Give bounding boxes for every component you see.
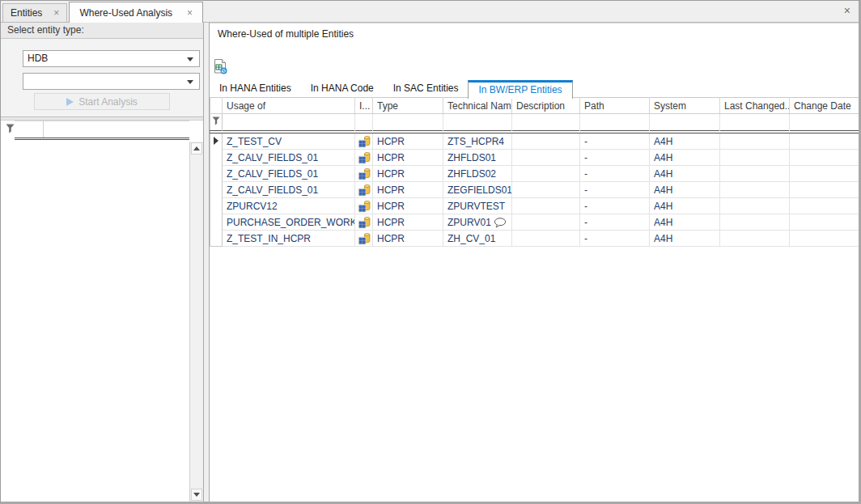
- filter-cell-icon[interactable]: [355, 114, 373, 131]
- cell-system[interactable]: A4H: [650, 133, 720, 150]
- row-indicator-cell[interactable]: [210, 182, 223, 198]
- cell-icon[interactable]: [355, 133, 373, 150]
- cell-icon[interactable]: [355, 150, 373, 166]
- filter-cell[interactable]: [15, 121, 44, 138]
- cell-last-changed[interactable]: [720, 214, 790, 231]
- chevron-down-icon[interactable]: [187, 80, 193, 84]
- table-row[interactable]: Z_TEST_IN_HCPR HCPR ZH_CV_01: [210, 231, 861, 247]
- table-row[interactable]: Z_CALV_FIELDS_01 HCPR ZHFLDS01: [210, 150, 861, 166]
- table-row[interactable]: Z_CALV_FIELDS_01 HCPR ZHFLDS02: [210, 166, 861, 182]
- cell-type[interactable]: HCPR: [373, 166, 443, 182]
- tab-entities[interactable]: Entities ×: [2, 3, 67, 22]
- cell-technical-name[interactable]: ZHFLDS01: [443, 150, 512, 166]
- cell-description[interactable]: [512, 198, 580, 214]
- tab-in-bw-erp-entities[interactable]: In BW/ERP Entities: [468, 80, 572, 99]
- row-indicator-cell[interactable]: [210, 198, 223, 214]
- tab-in-hana-code[interactable]: In HANA Code: [301, 80, 384, 98]
- filter-cell-technical-name[interactable]: [443, 114, 512, 131]
- row-indicator-cell[interactable]: [210, 150, 223, 166]
- cell-icon[interactable]: [355, 214, 373, 231]
- cell-system[interactable]: A4H: [650, 166, 720, 182]
- column-header-type[interactable]: Type: [373, 98, 443, 114]
- cell-usage-of[interactable]: ZPURCV12: [223, 198, 355, 214]
- row-indicator-cell[interactable]: [210, 133, 223, 150]
- cell-system[interactable]: A4H: [650, 150, 720, 166]
- column-header-usage-of[interactable]: Usage of: [223, 98, 355, 114]
- cell-type[interactable]: HCPR: [373, 133, 443, 150]
- filter-cell-path[interactable]: [580, 114, 650, 131]
- scroll-down-button[interactable]: [191, 489, 202, 501]
- cell-change-date[interactable]: [790, 182, 861, 198]
- tab-in-hana-entities[interactable]: In HANA Entities: [210, 80, 301, 98]
- entity-list-filter-row[interactable]: [15, 121, 189, 138]
- cell-icon[interactable]: [355, 166, 373, 182]
- cell-last-changed[interactable]: [720, 198, 790, 214]
- cell-change-date[interactable]: [790, 198, 861, 214]
- cell-type[interactable]: HCPR: [373, 231, 443, 247]
- cell-usage-of[interactable]: Z_CALV_FIELDS_01: [223, 182, 355, 198]
- chevron-down-icon[interactable]: [187, 57, 193, 61]
- cell-path[interactable]: -: [580, 231, 650, 247]
- cell-system[interactable]: A4H: [650, 182, 720, 198]
- entity-type-combobox[interactable]: HDB: [23, 50, 200, 67]
- filter-cell-description[interactable]: [512, 114, 580, 131]
- cell-last-changed[interactable]: [720, 133, 790, 150]
- cell-change-date[interactable]: [790, 150, 861, 166]
- scroll-up-button[interactable]: [191, 142, 202, 155]
- row-indicator-cell[interactable]: [210, 214, 223, 231]
- filter-cell[interactable]: [44, 121, 189, 138]
- cell-type[interactable]: HCPR: [373, 214, 443, 231]
- table-row[interactable]: Z_TEST_CV HCPR ZTS_HCPR4: [210, 133, 861, 150]
- filter-cell-usage-of[interactable]: [223, 114, 355, 131]
- cell-usage-of[interactable]: Z_CALV_FIELDS_01: [223, 150, 355, 166]
- cell-last-changed[interactable]: [720, 166, 790, 182]
- column-header-last-changed[interactable]: Last Changed...: [720, 98, 790, 114]
- cell-path[interactable]: -: [580, 133, 650, 150]
- cell-description[interactable]: [512, 231, 580, 247]
- table-row[interactable]: PURCHASE_ORDER_WORKLIST HCPR ZPURV01: [210, 214, 861, 231]
- cell-technical-name[interactable]: ZTS_HCPR4: [443, 133, 512, 150]
- entity-combobox[interactable]: [23, 73, 200, 90]
- cell-description[interactable]: [512, 214, 580, 231]
- cell-icon[interactable]: [355, 198, 373, 214]
- cell-icon[interactable]: [355, 182, 373, 198]
- cell-system[interactable]: A4H: [650, 198, 720, 214]
- cell-technical-name[interactable]: ZEGFIELDS01: [443, 182, 512, 198]
- cell-path[interactable]: -: [580, 166, 650, 182]
- cell-description[interactable]: [512, 150, 580, 166]
- cell-usage-of[interactable]: Z_TEST_CV: [223, 133, 355, 150]
- close-icon[interactable]: ×: [53, 8, 59, 18]
- tab-in-sac-entities[interactable]: In SAC Entities: [384, 80, 469, 98]
- cell-usage-of[interactable]: Z_CALV_FIELDS_01: [223, 166, 355, 182]
- cell-usage-of[interactable]: Z_TEST_IN_HCPR: [223, 231, 355, 247]
- cell-description[interactable]: [512, 166, 580, 182]
- cell-description[interactable]: [512, 133, 580, 150]
- cell-technical-name[interactable]: ZPURVTEST: [443, 198, 512, 214]
- cell-change-date[interactable]: [790, 133, 861, 150]
- row-indicator-cell[interactable]: [210, 166, 223, 182]
- column-header-icon[interactable]: I...: [355, 98, 373, 114]
- cell-path[interactable]: -: [580, 150, 650, 166]
- cell-type[interactable]: HCPR: [373, 182, 443, 198]
- close-icon[interactable]: ×: [187, 8, 193, 18]
- close-icon[interactable]: ×: [844, 5, 850, 16]
- cell-change-date[interactable]: [790, 214, 861, 231]
- cell-last-changed[interactable]: [720, 150, 790, 166]
- cell-system[interactable]: A4H: [650, 231, 720, 247]
- cell-technical-name[interactable]: ZHFLDS02: [443, 166, 512, 182]
- column-header-description[interactable]: Description: [512, 98, 580, 114]
- export-to-excel-icon[interactable]: [212, 58, 228, 74]
- cell-system[interactable]: A4H: [650, 214, 720, 231]
- cell-path[interactable]: -: [580, 182, 650, 198]
- column-header-technical-name[interactable]: Technical Name: [443, 98, 512, 114]
- cell-technical-name[interactable]: ZH_CV_01: [443, 231, 512, 247]
- cell-type[interactable]: HCPR: [373, 198, 443, 214]
- filter-cell-change-date[interactable]: [790, 114, 861, 131]
- cell-technical-name[interactable]: ZPURV01: [443, 214, 512, 231]
- cell-change-date[interactable]: [790, 231, 861, 247]
- row-indicator-cell[interactable]: [210, 231, 223, 247]
- table-row[interactable]: ZPURCV12 HCPR ZPURVTEST: [210, 198, 861, 214]
- filter-cell-type[interactable]: [373, 114, 443, 131]
- cell-path[interactable]: -: [580, 214, 650, 231]
- vertical-scrollbar[interactable]: [189, 142, 203, 502]
